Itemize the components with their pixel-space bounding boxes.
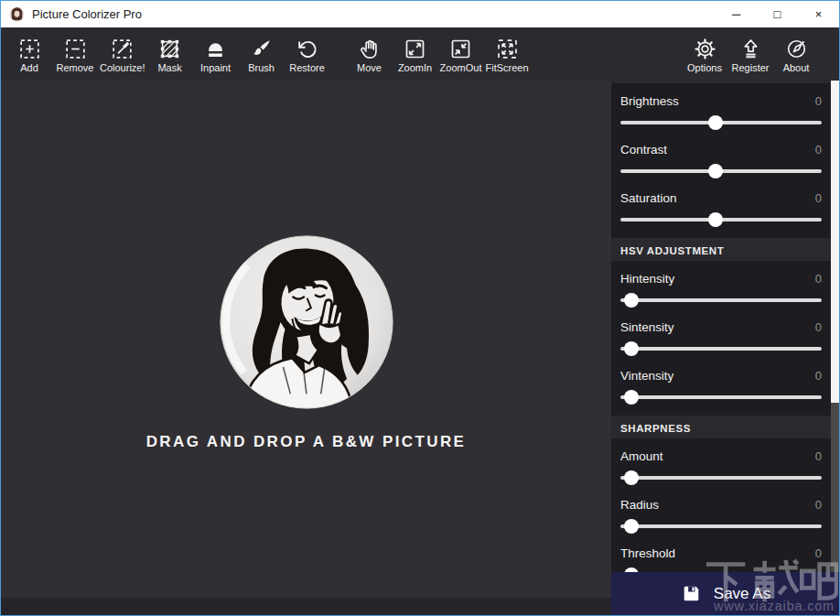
- tool-zoomin-button[interactable]: ZoomIn: [393, 35, 438, 73]
- toolbar-left-group: AddRemoveColourize!MaskInpaintBrushResto…: [6, 35, 531, 73]
- slider-track[interactable]: [620, 298, 822, 302]
- slider-group: Brightness0Contrast0Saturation0: [611, 83, 831, 238]
- slider-row-radius: Radius0: [620, 491, 822, 536]
- slider-row-contrast: Contrast0: [620, 135, 822, 181]
- titlebar[interactable]: Picture Colorizer Pro ─□×: [1, 1, 839, 27]
- slider-thumb[interactable]: [624, 390, 639, 405]
- app-window: Picture Colorizer Pro ─□× AddRemoveColou…: [0, 0, 840, 616]
- slider-row-hintensity: Hintensity0: [620, 265, 822, 310]
- slider-value: 0: [815, 448, 822, 465]
- slider-track[interactable]: [620, 347, 822, 351]
- slider-value: 0: [815, 141, 822, 158]
- tool-restore-button[interactable]: Restore: [285, 35, 330, 73]
- panel-scrollbar[interactable]: [831, 81, 839, 615]
- slider-thumb[interactable]: [708, 164, 723, 178]
- slider-thumb[interactable]: [708, 212, 723, 227]
- tool-label: ZoomIn: [398, 62, 432, 73]
- tool-inpaint-button[interactable]: Inpaint: [193, 35, 239, 73]
- slider-row-sintensity: Sintensity0: [620, 313, 822, 359]
- slider-thumb[interactable]: [624, 341, 639, 356]
- slider-thumb[interactable]: [624, 519, 639, 534]
- bw-portrait-image: [217, 232, 396, 412]
- tool-label: Restore: [289, 62, 325, 73]
- hintensity-slider[interactable]: [620, 290, 822, 310]
- save-as-label: Save As: [714, 585, 770, 603]
- canvas-area[interactable]: DRAG AND DROP A B&W PICTURE: [1, 81, 611, 615]
- tool-brush-button[interactable]: Brush: [239, 35, 285, 73]
- window-controls: ─□×: [716, 1, 839, 27]
- slider-track[interactable]: [620, 524, 822, 528]
- mask-icon: [157, 37, 182, 61]
- toolbar-right-group: OptionsRegisterAbout: [682, 35, 819, 73]
- tool-remove-button[interactable]: Remove: [52, 35, 98, 73]
- tool-zoomout-button[interactable]: ZoomOut: [438, 35, 484, 73]
- slider-value: 0: [815, 92, 822, 110]
- tool-label: Mask: [157, 62, 181, 73]
- toolbar: AddRemoveColourize!MaskInpaintBrushResto…: [1, 27, 839, 81]
- slider-value: 0: [815, 496, 822, 513]
- saturation-slider[interactable]: [620, 210, 822, 230]
- tool-label: Move: [357, 62, 382, 73]
- tool-label: Colourize!: [100, 62, 145, 73]
- sintensity-slider[interactable]: [620, 339, 822, 359]
- window-title: Picture Colorizer Pro: [32, 7, 142, 21]
- slider-value: 0: [815, 367, 822, 384]
- tool-move-button[interactable]: Move: [347, 35, 393, 73]
- app-icon: [9, 6, 25, 22]
- brightness-slider[interactable]: [620, 113, 822, 133]
- tool-label: About: [783, 62, 810, 73]
- save-icon: [680, 582, 703, 605]
- slider-value: 0: [815, 319, 822, 336]
- drop-zone[interactable]: DRAG AND DROP A B&W PICTURE: [146, 232, 467, 451]
- inpaint-icon: [203, 37, 228, 61]
- slider-label: Contrast: [620, 141, 667, 158]
- tool-fitscreen-button[interactable]: FitScreen: [484, 35, 531, 73]
- tool-colourize-button[interactable]: Colourize!: [98, 35, 147, 73]
- tool-label: Options: [687, 62, 722, 73]
- drop-caption: DRAG AND DROP A B&W PICTURE: [146, 433, 467, 451]
- about-icon: [784, 37, 809, 61]
- zoomout-icon: [448, 37, 473, 61]
- amount-slider[interactable]: [620, 468, 822, 488]
- add-icon: [17, 37, 42, 61]
- slider-track[interactable]: [620, 395, 822, 399]
- tool-options-button[interactable]: Options: [682, 35, 727, 73]
- minimize-button[interactable]: ─: [716, 1, 757, 27]
- slider-thumb[interactable]: [624, 293, 639, 308]
- scrollbar-thumb[interactable]: [831, 81, 839, 403]
- save-as-button[interactable]: Save As: [611, 572, 839, 615]
- vintensity-slider[interactable]: [620, 387, 822, 407]
- slider-label: Vintensity: [620, 367, 673, 384]
- tool-label: Remove: [57, 62, 94, 73]
- slider-label: Threshold: [620, 545, 675, 562]
- slider-track[interactable]: [620, 476, 822, 480]
- slider-value: 0: [815, 270, 822, 287]
- radius-slider[interactable]: [620, 516, 822, 536]
- tool-label: FitScreen: [486, 62, 529, 73]
- slider-row-vintensity: Vintensity0: [620, 362, 822, 407]
- tool-label: Add: [20, 62, 38, 73]
- slider-label: Sintensity: [620, 319, 674, 336]
- restore-icon: [295, 37, 319, 61]
- slider-value: 0: [815, 545, 822, 562]
- tool-label: Register: [732, 62, 770, 73]
- section-header: SHARPNESS: [611, 416, 831, 438]
- maximize-button[interactable]: □: [757, 1, 798, 27]
- contrast-slider[interactable]: [620, 161, 822, 181]
- slider-value: 0: [815, 189, 822, 207]
- slider-label: Radius: [620, 496, 659, 513]
- fitscreen-icon: [495, 37, 520, 61]
- slider-thumb[interactable]: [624, 470, 639, 485]
- slider-group: Hintensity0Sintensity0Vintensity0: [611, 261, 831, 416]
- tool-register-button[interactable]: Register: [727, 35, 773, 73]
- move-icon: [357, 37, 382, 61]
- tool-mask-button[interactable]: Mask: [147, 35, 193, 73]
- slider-thumb[interactable]: [708, 115, 723, 130]
- tool-add-button[interactable]: Add: [6, 35, 52, 73]
- close-button[interactable]: ×: [798, 1, 839, 27]
- zoomin-icon: [403, 37, 427, 61]
- slider-label: Brightness: [620, 92, 679, 110]
- tool-about-button[interactable]: About: [773, 35, 819, 73]
- register-icon: [738, 37, 763, 61]
- remove-icon: [63, 37, 88, 61]
